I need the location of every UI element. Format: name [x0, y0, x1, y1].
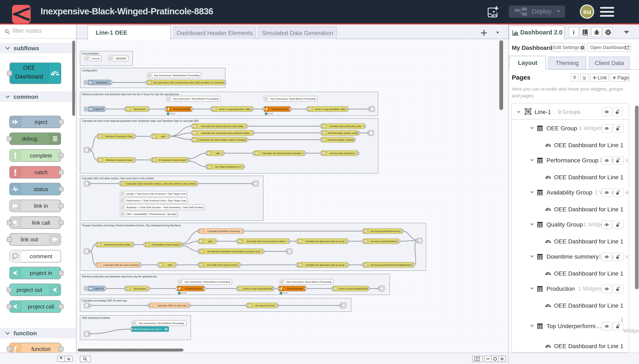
svg-text:ProductionData: ProductionData — [185, 287, 202, 290]
svg-text:RWC: RWC — [283, 292, 289, 295]
svg-text:inject ↻: inject ↻ — [95, 287, 104, 290]
svg-text:1 Widgets: 1 Widgets — [579, 125, 603, 131]
svg-text:RWC: RWC — [170, 112, 176, 115]
svg-text:Set and store the current line: Set and store the current line and shift… — [153, 81, 224, 84]
svg-text:Key Instructions: Read Before: Key Instructions: Read Before Proceeding — [270, 98, 316, 100]
svg-text:OEE Dashboard for Line 1: OEE Dashboard for Line 1 — [554, 206, 623, 212]
svg-text:Calculate the total good units: Calculate the total good units produced … — [201, 132, 250, 134]
svg-text:DowntimeData: DowntimeData — [287, 287, 302, 290]
svg-text:Calculate OEE and other metric: Calculate OEE and other metrics, then st… — [126, 182, 196, 185]
svg-text:OEE Dashboard for Line 1: OEE Dashboard for Line 1 — [554, 302, 623, 309]
svg-text:Set Total Downtime to 0: Set Total Downtime to 0 — [215, 166, 241, 168]
svg-text:Quality Group: Quality Group — [546, 221, 583, 228]
svg-text:OEE Group: OEE Group — [546, 125, 577, 132]
svg-text:set flow.target_output: set flow.target_output — [328, 138, 354, 141]
svg-text:RWC: RWC — [268, 112, 274, 115]
svg-text:set flow.total_downtime: set flow.total_downtime — [330, 152, 355, 154]
svg-text:Retrieve Downtime Data: Retrieve Downtime Data — [106, 159, 132, 161]
svg-text:Key Instructions: Read Before: Key Instructions: Read Before Proceeding — [154, 74, 199, 77]
svg-text:Documentation: Documentation — [82, 52, 99, 55]
svg-text:OEE Dashboard for Line 1: OEE Dashboard for Line 1 — [554, 270, 623, 277]
svg-text:set flow.total_good_units: set flow.total_good_units — [328, 132, 358, 134]
svg-text:1 Widgets: 1 Widgets — [578, 286, 603, 292]
svg-text:calculate OEE for each day: calculate OEE for each day — [157, 304, 187, 307]
svg-text:inject ↻: inject ↻ — [95, 108, 104, 110]
svg-text:complete: complete — [30, 152, 52, 159]
svg-text:Key Instructions: Read Before: Key Instructions: Read Before Proceeding — [286, 280, 332, 283]
svg-text:set msg.oeeTrend: set msg.oeeTrend — [255, 304, 274, 307]
svg-text:Calculate the total of the req: Calculate the total of the required prop… — [82, 120, 199, 122]
svg-text:project in: project in — [30, 270, 52, 276]
svg-text:Set params: Set params — [134, 287, 146, 290]
svg-text:Key Instructions: Read Before: Key Instructions: Read Before Proceeding — [173, 98, 218, 100]
svg-text:OEE Dashboard for Line 1: OEE Dashboard for Line 1 — [554, 238, 623, 245]
svg-text:Combine the data back into an: Combine the data back into an array. — [305, 240, 345, 242]
svg-text:inject: inject — [35, 119, 48, 125]
svg-text:Top Underperformi…: Top Underperformi… — [546, 323, 601, 329]
svg-text:Calculate and display OEE for: Calculate and display OEE for each day. — [82, 299, 127, 302]
svg-text:Widgets: Widgets — [623, 328, 639, 334]
svg-text:split: split — [161, 135, 165, 138]
svg-text:Retrieve Downtime Data: Retrieve Downtime Data — [104, 244, 131, 246]
svg-text:set flow.total_produced_units: set flow.total_produced_units — [330, 125, 361, 128]
svg-text:s: s — [625, 253, 628, 260]
svg-text:link in: link in — [34, 203, 48, 209]
svg-text:ProductionData: ProductionData — [173, 108, 190, 110]
svg-text:1: 1 — [620, 316, 623, 322]
svg-text:project call: project call — [28, 304, 54, 310]
svg-text:DowntimeData: DowntimeData — [272, 108, 287, 110]
svg-text:Retrieve production and downti: Retrieve production and downtime data fr… — [82, 93, 180, 96]
svg-text:set msg.recentDowntime: set msg.recentDowntime — [370, 240, 397, 242]
svg-text:Prepare Downtime Summary, Rece: Prepare Downtime Summary, Recent Downtim… — [82, 224, 181, 227]
svg-text:Performance = Total Produced U: Performance = Total Produced Units / Tot… — [126, 199, 186, 202]
svg-text:store in msg.production_data: store in msg.production_data — [219, 108, 250, 110]
svg-text:Is Downtime Data Empty?: Is Downtime Data Empty? — [159, 159, 187, 161]
svg-text:split: split — [215, 152, 220, 154]
svg-text:split: split — [168, 264, 172, 266]
svg-text:OEE: OEE — [23, 64, 35, 71]
svg-text:split: split — [208, 240, 212, 242]
svg-text:Calculate Downtime Summery: Calculate Downtime Summery — [207, 230, 240, 232]
svg-text:Sort data from most recent to: Sort data from most recent to oldest — [247, 240, 285, 242]
svg-text:Combine the data back into an: Combine the data back into an array. — [305, 264, 345, 266]
svg-text:Calculate the total produced u: Calculate the total produced units today — [201, 125, 244, 128]
svg-text:README: README — [116, 57, 126, 60]
svg-text:Calculate OEE and other metric: Calculate OEE and other metrics, then st… — [82, 177, 154, 180]
svg-text:timestamp ¹: timestamp ¹ — [96, 81, 108, 84]
svg-text:debug: debug — [22, 136, 37, 142]
svg-text:Retrieve Production Data: Retrieve Production Data — [105, 135, 132, 138]
svg-text:store in msg.downtime_data: store in msg.downtime_data — [315, 108, 346, 110]
svg-text:OEE Dashboard for Line 1: OEE Dashboard for Line 1 — [554, 174, 623, 180]
svg-text:store in msg.ProductionData: store in msg.ProductionData — [244, 287, 273, 290]
svg-text:Dashboard: Dashboard — [15, 74, 43, 80]
svg-text:status: status — [34, 186, 48, 192]
svg-text:Configuration: Configuration — [82, 69, 97, 72]
svg-text:s: s — [625, 157, 628, 164]
svg-text:Production: Production — [546, 286, 575, 292]
svg-text:Performance Group: Performance Group — [546, 157, 598, 164]
svg-text:set msg.topUnderPerformingMach: set msg.topUnderPerformingMachines — [370, 264, 412, 266]
svg-text:Sort OEE from worst to best: Sort OEE from worst to best — [207, 264, 237, 266]
svg-text:comment: comment — [30, 253, 53, 260]
svg-text:Calculate the total target out: Calculate the total target output of tod… — [198, 138, 246, 141]
svg-text:Is Downtime Data Empty?: Is Downtime Data Empty? — [152, 244, 180, 246]
svg-text:OEE Dashboard for Line 1: OEE Dashboard for Line 1 — [554, 142, 623, 148]
svg-text:link out: link out — [21, 236, 38, 242]
svg-text:e: e — [625, 189, 628, 196]
svg-text:Key Instructions: Read Before: Key Instructions: Read Before Proceeding — [139, 322, 184, 324]
svg-text:Downtime summery: Downtime summery — [546, 253, 599, 260]
svg-text:link call: link call — [32, 220, 50, 226]
svg-text:Availability Group: Availability Group — [546, 189, 592, 196]
svg-text:set msg.downtimeSummery: set msg.downtimeSummery — [371, 230, 400, 232]
svg-text:License: License — [92, 57, 100, 60]
svg-text:Line-1: Line-1 — [535, 109, 551, 115]
svg-text:OEE = (Availability) * (Perfor: OEE = (Availability) * (Performance) * (… — [126, 213, 177, 215]
svg-text:9 Groups: 9 Groups — [558, 109, 580, 115]
svg-text:Quality = Total Good Units Pro: Quality = Total Good Units Produced / To… — [126, 192, 186, 195]
svg-text:catch: catch — [35, 169, 48, 176]
svg-text:Key Instructions: Read Before: Key Instructions: Read Before Proceeding — [185, 280, 230, 283]
svg-text:OEE Dashboard for Line 1: OEE Dashboard for Line 1 — [133, 328, 162, 330]
svg-text:Set params: Set params — [134, 108, 146, 110]
svg-text:RWC: RWC — [181, 292, 187, 295]
svg-text:project out: project out — [17, 287, 42, 293]
